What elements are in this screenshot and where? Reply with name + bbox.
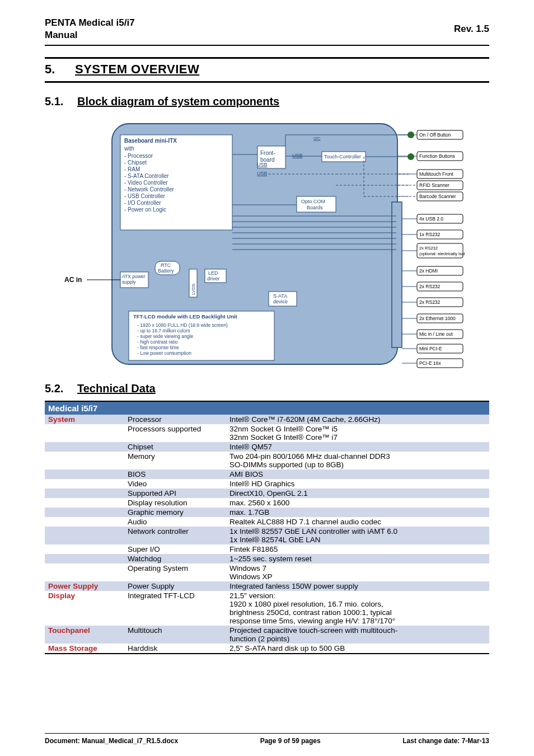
row-label: Supported API — [124, 489, 226, 498]
row-value: DirectX10, OpenGL 2.1 — [226, 489, 489, 498]
row-label: Display resolution — [124, 498, 226, 508]
svg-text:RFID Scanner: RFID Scanner — [419, 182, 449, 188]
row-label: Power Supply — [124, 581, 226, 591]
row-category: Mass Storage — [45, 644, 124, 654]
svg-text:driver: driver — [207, 276, 220, 281]
row-value: Intel® QM57 — [226, 442, 489, 452]
svg-text:- Power on Logic: - Power on Logic — [124, 206, 166, 213]
row-value: 2,5" S-ATA hard disk up to 500 GB — [226, 644, 489, 654]
row-value: Realtek ALC888 HD 7.1 channel audio code… — [226, 517, 489, 527]
row-value: Integrated fanless 150W power supply — [226, 581, 489, 591]
svg-text:(optional: electrically isolat: (optional: electrically isolated) — [419, 251, 465, 256]
row-label: Super I/O — [124, 544, 226, 554]
row-category — [45, 469, 124, 479]
svg-text:- USB Controller: - USB Controller — [124, 193, 165, 199]
header-title-2: Manual — [45, 30, 78, 40]
svg-text:LVDS: LVDS — [191, 284, 196, 295]
row-label: Video — [124, 479, 226, 489]
row-value: Windows 7Windows XP — [226, 564, 489, 581]
row-label: Integrated TFT-LCD — [124, 591, 226, 626]
footer-date: Last change date: 7-Mar-13 — [402, 737, 489, 745]
svg-text:2x HDMI: 2x HDMI — [419, 268, 438, 274]
row-value: 1~255 sec. system reset — [226, 554, 489, 564]
svg-text:2x RS232: 2x RS232 — [419, 299, 441, 305]
row-category: Display — [45, 591, 124, 626]
svg-text:- high contrast ratio: - high contrast ratio — [137, 339, 178, 345]
table-row: Supported APIDirectX10, OpenGL 2.1 — [45, 489, 489, 498]
table-row: Graphic memorymax. 1.7GB — [45, 508, 489, 517]
row-label: Memory — [124, 452, 226, 469]
table-row: TouchpanelMultitouchProjected capacitive… — [45, 626, 489, 644]
footer-page: Page 9 of 59 pages — [260, 737, 321, 745]
svg-text:S-ATA: S-ATA — [273, 293, 287, 299]
row-value: 1x Intel® 82557 GbE LAN controller with … — [226, 527, 489, 544]
svg-text:2x Ethernet 1000: 2x Ethernet 1000 — [419, 316, 456, 321]
svg-text:4x USB 2.0: 4x USB 2.0 — [419, 216, 443, 222]
sub2-num: 5.2. — [45, 382, 69, 395]
page-footer: Document: Manual_Medical_i7_R1.5.docx Pa… — [45, 733, 489, 745]
svg-text:Opto COM: Opto COM — [301, 199, 325, 204]
svg-text:- fast response time: - fast response time — [137, 345, 179, 350]
svg-text:USB: USB — [257, 171, 268, 176]
row-value: AMI BIOS — [226, 469, 489, 479]
section-title: SYSTEM OVERVIEW — [75, 62, 199, 77]
svg-text:- RAM: - RAM — [124, 166, 140, 172]
header-title-1: PENTA Medical i5/i7 — [45, 17, 135, 28]
svg-text:Mic in / Line out: Mic in / Line out — [419, 331, 453, 337]
svg-point-114 — [407, 132, 414, 138]
row-value: 32nm Socket G Intel® Core™ i532nm Socket… — [226, 424, 489, 442]
row-value: Projected capacitive touch-screen with m… — [226, 626, 489, 644]
row-category — [45, 442, 124, 452]
svg-text:PCI-E 16x: PCI-E 16x — [419, 360, 441, 366]
svg-text:Barcode Scanner: Barcode Scanner — [419, 194, 456, 199]
svg-text:- Chipset: - Chipset — [124, 159, 147, 166]
page-header: PENTA Medical i5/i7 Manual Rev. 1.5 — [45, 17, 489, 46]
table-row: Super I/OFintek F81865 — [45, 544, 489, 554]
svg-text:USB: USB — [292, 153, 303, 158]
table-row: Network controller1x Intel® 82557 GbE LA… — [45, 527, 489, 544]
svg-text:Touch-Controller: Touch-Controller — [324, 154, 361, 159]
row-label: BIOS — [124, 469, 226, 479]
row-value: Two 204-pin 800/1066 MHz dual-channel DD… — [226, 452, 489, 469]
svg-text:- I/O Controller: - I/O Controller — [124, 200, 161, 206]
sub2-title: Technical Data — [77, 382, 156, 395]
row-category — [45, 452, 124, 469]
svg-text:LED: LED — [208, 270, 218, 276]
row-label: Multitouch — [124, 626, 226, 644]
row-category — [45, 544, 124, 554]
row-label: Graphic memory — [124, 508, 226, 517]
row-label: Watchdog — [124, 554, 226, 564]
subsection-5-2: 5.2. Technical Data — [45, 382, 489, 395]
table-row: Watchdog1~255 sec. system reset — [45, 554, 489, 564]
svg-text:I2C: I2C — [313, 136, 321, 141]
svg-text:device: device — [273, 299, 288, 304]
svg-text:Multitouch Front: Multitouch Front — [419, 171, 454, 177]
svg-text:supply: supply — [122, 279, 136, 285]
svg-text:2x RS232: 2x RS232 — [419, 284, 441, 289]
row-category — [45, 517, 124, 527]
svg-text:2x RS232: 2x RS232 — [419, 246, 438, 251]
row-category — [45, 554, 124, 564]
row-label: Network controller — [124, 527, 226, 544]
row-value: 21,5" version:1920 x 1080 pixel resoluti… — [226, 591, 489, 626]
table-row: Operating SystemWindows 7Windows XP — [45, 564, 489, 581]
row-category — [45, 424, 124, 442]
svg-text:On / Off Button: On / Off Button — [419, 132, 451, 138]
table-row: DisplayIntegrated TFT-LCD21,5" version:1… — [45, 591, 489, 626]
row-value: Fintek F81865 — [226, 544, 489, 554]
svg-text:Front-: Front- — [260, 150, 275, 156]
svg-text:- Processor: - Processor — [124, 153, 153, 159]
table-row: Processors supported32nm Socket G Intel®… — [45, 424, 489, 442]
table-row: ChipsetIntel® QM57 — [45, 442, 489, 452]
row-label: Chipset — [124, 442, 226, 452]
header-rev: Rev. 1.5 — [454, 24, 489, 35]
svg-text:Function Buttons: Function Buttons — [419, 153, 455, 159]
svg-rect-1 — [392, 202, 402, 348]
svg-text:AC in: AC in — [64, 276, 82, 284]
svg-text:TFT-LCD module with LED Backli: TFT-LCD module with LED Backlight Unit — [133, 313, 238, 320]
table-row: AudioRealtek ALC888 HD 7.1 channel audio… — [45, 517, 489, 527]
svg-text:- Network Controller: - Network Controller — [124, 186, 175, 192]
row-value: Intel® HD Graphics — [226, 479, 489, 489]
row-value: max. 2560 x 1600 — [226, 498, 489, 508]
row-label: Processors supported — [124, 424, 226, 442]
